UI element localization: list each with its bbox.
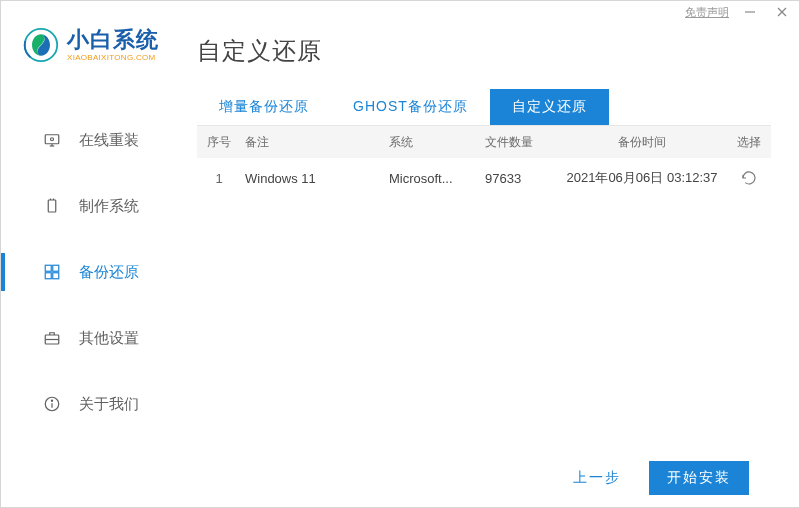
monitor-icon [43,131,61,149]
cell-files: 97633 [485,171,557,186]
usb-icon [43,197,61,215]
nav-label: 在线重装 [79,131,139,150]
logo-icon [23,27,59,63]
table-row[interactable]: 1 Windows 11 Microsoft... 97633 2021年06月… [197,158,771,198]
restore-action[interactable] [740,169,758,187]
info-icon [43,395,61,413]
tab-ghost[interactable]: GHOST备份还原 [331,89,490,125]
brand: 小白系统 XIAOBAIXITONG.COM [1,21,179,73]
th-time: 备份时间 [557,134,727,151]
cell-time: 2021年06月06日 03:12:37 [557,169,727,187]
cell-index: 1 [197,171,241,186]
svg-point-8 [51,138,54,141]
table-body: 1 Windows 11 Microsoft... 97633 2021年06月… [197,158,771,449]
brand-text: 小白系统 XIAOBAIXITONG.COM [67,29,159,62]
close-button[interactable] [771,4,793,20]
nav-other-settings[interactable]: 其他设置 [1,305,179,371]
briefcase-icon [43,329,61,347]
tab-custom[interactable]: 自定义还原 [490,89,609,125]
main-panel: 自定义还原 增量备份还原 GHOST备份还原 自定义还原 序号 备注 系统 文件… [179,21,799,507]
cell-note: Windows 11 [241,171,389,186]
close-icon [776,6,788,18]
th-note: 备注 [241,134,389,151]
cell-system: Microsoft... [389,171,485,186]
restore-icon [740,169,758,187]
svg-rect-12 [45,265,51,271]
page-title: 自定义还原 [197,35,771,67]
nav: 在线重装 制作系统 备份还原 [1,107,179,437]
nav-about[interactable]: 关于我们 [1,371,179,437]
th-system: 系统 [389,134,485,151]
grid-icon [43,263,61,281]
svg-rect-13 [53,265,59,271]
app-body: 小白系统 XIAOBAIXITONG.COM 在线重装 制作系统 [1,21,799,507]
nav-backup-restore[interactable]: 备份还原 [1,239,179,305]
nav-label: 其他设置 [79,329,139,348]
brand-title: 小白系统 [67,29,159,51]
th-select: 选择 [727,134,771,151]
brand-logo [23,27,59,63]
start-install-button[interactable]: 开始安装 [649,461,749,495]
svg-rect-9 [48,200,56,212]
th-index: 序号 [197,134,241,151]
svg-point-4 [23,27,59,63]
app-window: 免责声明 小白系统 XIAOBAIXITONG.C [0,0,800,508]
nav-online-reinstall[interactable]: 在线重装 [1,107,179,173]
svg-rect-14 [45,273,51,279]
svg-rect-5 [45,135,59,144]
table-header: 序号 备注 系统 文件数量 备份时间 选择 [197,126,771,158]
nav-label: 关于我们 [79,395,139,414]
nav-make-system[interactable]: 制作系统 [1,173,179,239]
svg-point-20 [51,400,52,401]
svg-rect-15 [53,273,59,279]
tab-incremental[interactable]: 增量备份还原 [197,89,331,125]
nav-label: 备份还原 [79,263,139,282]
brand-subtitle: XIAOBAIXITONG.COM [67,53,159,62]
back-button[interactable]: 上一步 [563,461,631,495]
minimize-icon [744,6,756,18]
cell-select [727,169,771,187]
footer: 上一步 开始安装 [197,449,771,507]
minimize-button[interactable] [739,4,761,20]
titlebar: 免责声明 [1,1,799,21]
nav-label: 制作系统 [79,197,139,216]
tabs: 增量备份还原 GHOST备份还原 自定义还原 [197,89,771,126]
th-files: 文件数量 [485,134,557,151]
disclaimer-link[interactable]: 免责声明 [685,5,729,20]
sidebar: 小白系统 XIAOBAIXITONG.COM 在线重装 制作系统 [1,21,179,507]
